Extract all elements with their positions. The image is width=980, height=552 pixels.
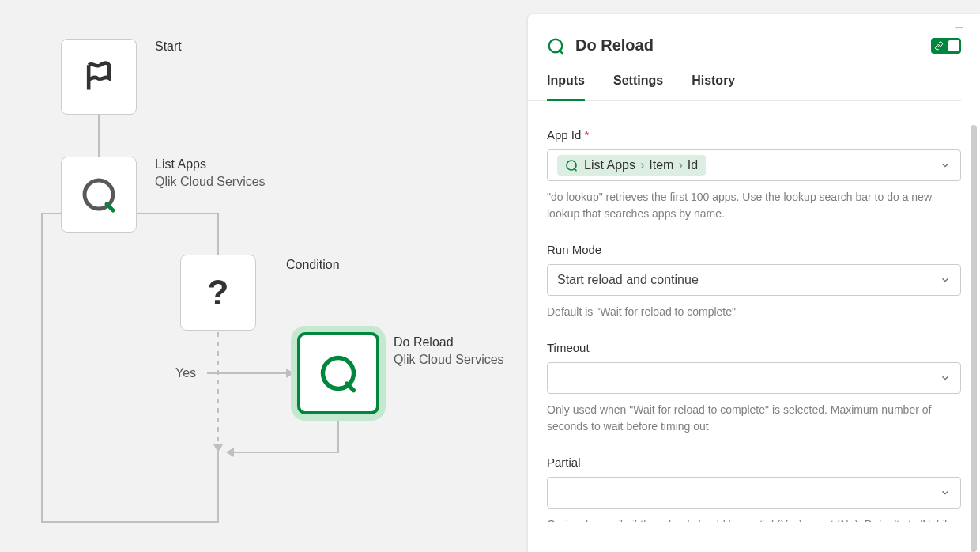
flag-icon [81, 59, 116, 94]
enabled-toggle[interactable] [931, 38, 961, 54]
chevron-down-icon [940, 487, 951, 498]
do-reload-node[interactable] [297, 332, 379, 414]
workflow-canvas: Start List Apps Qlik Cloud Services ? Co… [0, 0, 522, 552]
tab-history[interactable]: History [692, 74, 735, 100]
panel-tabs: Inputs Settings History [528, 55, 961, 101]
partial-select[interactable] [547, 477, 961, 509]
qlik-icon [565, 159, 578, 172]
question-icon: ? [208, 273, 229, 312]
timeout-help: Only used when "Wait for reload to compl… [547, 402, 961, 435]
do-reload-label: Do Reload [394, 335, 454, 350]
field-app-id: App Id * List Apps › Item › Id [547, 128, 961, 222]
minimize-icon[interactable]: − [955, 19, 964, 37]
tab-inputs[interactable]: Inputs [547, 74, 585, 101]
field-timeout: Timeout Only used when "Wait for reload … [547, 341, 961, 435]
condition-node[interactable]: ? [180, 255, 256, 331]
list-apps-label: List Apps [155, 157, 206, 172]
run-mode-help: Default is "Wait for reload to complete" [547, 304, 961, 320]
run-mode-label: Run Mode [547, 243, 961, 256]
properties-panel: − Do Reload Inputs Settings History App … [528, 14, 980, 552]
qlik-icon [547, 37, 564, 55]
start-node[interactable] [61, 39, 137, 115]
chevron-down-icon [940, 372, 951, 384]
timeout-label: Timeout [547, 341, 961, 354]
field-partial: Partial Optional, specify if the reload … [547, 456, 961, 522]
condition-label: Condition [286, 258, 340, 272]
yes-label: Yes [175, 366, 196, 380]
app-id-chip: List Apps › Item › Id [557, 155, 706, 176]
required-asterisk: * [585, 128, 590, 142]
qlik-icon [318, 353, 359, 394]
run-mode-select[interactable]: Start reload and continue [547, 264, 961, 296]
svg-marker-5 [226, 448, 234, 457]
timeout-select[interactable] [547, 362, 961, 394]
list-apps-node[interactable] [61, 157, 137, 233]
scrollbar[interactable] [971, 125, 977, 552]
app-id-label: App Id [547, 128, 581, 142]
app-id-help: "do lookup" retrieves the first 100 apps… [547, 189, 961, 222]
svg-marker-4 [286, 369, 294, 378]
chevron-down-icon [940, 274, 951, 285]
partial-label: Partial [547, 456, 961, 469]
link-icon [934, 41, 944, 51]
start-label: Start [155, 40, 182, 54]
tab-settings[interactable]: Settings [613, 74, 663, 100]
panel-body: App Id * List Apps › Item › Id [528, 101, 980, 522]
field-run-mode: Run Mode Start reload and continue Defau… [547, 243, 961, 320]
qlik-icon [80, 176, 118, 214]
app-id-select[interactable]: List Apps › Item › Id [547, 149, 961, 181]
chevron-down-icon [940, 160, 951, 171]
svg-marker-2 [213, 444, 223, 452]
panel-title: Do Reload [575, 36, 931, 55]
do-reload-sublabel: Qlik Cloud Services [394, 353, 504, 367]
list-apps-sublabel: Qlik Cloud Services [155, 175, 266, 189]
partial-help: Optional, specify if the reload should b… [547, 516, 961, 522]
